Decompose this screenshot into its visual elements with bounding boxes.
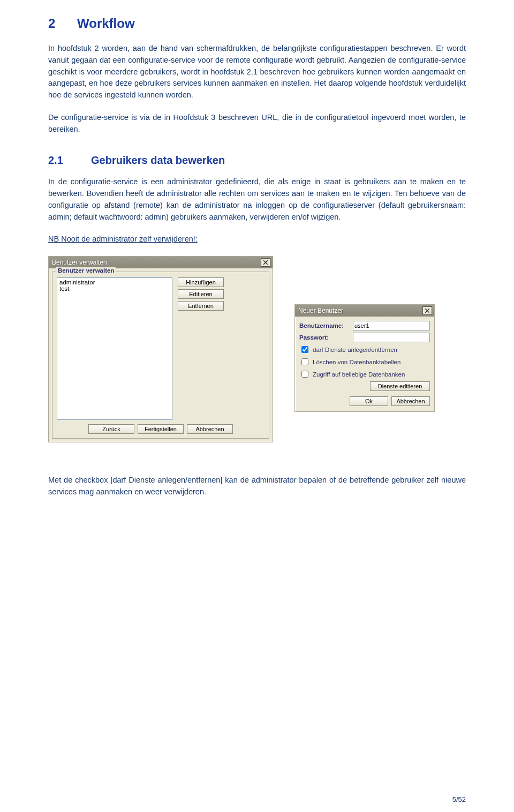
paragraph-checkbox-note: Met de checkbox [darf Dienste anlegen/en… — [48, 475, 466, 498]
heading-number: 2 — [48, 16, 77, 31]
dialog-title: Neuer Benutzer — [298, 307, 343, 314]
subheading-number: 2.1 — [48, 154, 91, 167]
any-db-checkbox[interactable] — [301, 371, 308, 378]
delete-tables-checkbox[interactable] — [301, 358, 308, 365]
edit-services-button[interactable]: Dienste editieren — [370, 381, 430, 391]
subheading-text: Gebruikers data bewerken — [91, 154, 225, 166]
list-item[interactable]: test — [58, 285, 171, 292]
paragraph-intro-2: De configuratie-service is via de in Hoo… — [48, 112, 466, 136]
delete-tables-checkbox-label: Löschen von Datenbanktabellen — [313, 359, 400, 365]
page-number: 5/52 — [452, 795, 466, 803]
edit-button[interactable]: Editieren — [178, 289, 224, 299]
heading-text: Workflow — [77, 16, 135, 31]
cancel-button[interactable]: Abbrechen — [187, 424, 233, 434]
password-field[interactable] — [353, 333, 430, 342]
ok-button[interactable]: Ok — [350, 396, 388, 406]
group-legend: Benutzer verwalten — [56, 267, 116, 274]
services-checkbox[interactable] — [301, 346, 308, 353]
services-checkbox-label: darf Dienste anlegen/entfernen — [313, 347, 397, 353]
username-label: Benutzername: — [299, 322, 353, 329]
close-icon[interactable] — [422, 306, 432, 315]
any-db-checkbox-label: Zugriff auf beliebige Datenbanken — [313, 371, 405, 378]
password-label: Passwort: — [299, 334, 353, 341]
user-groupbox: Benutzer verwalten administrator test Hi… — [52, 272, 269, 439]
remove-button[interactable]: Entfernen — [178, 301, 224, 311]
user-listbox[interactable]: administrator test — [57, 277, 172, 420]
subheading-users: 2.1Gebruikers data bewerken — [48, 154, 466, 167]
paragraph-intro-1: In hoofdstuk 2 worden, aan de hand van s… — [48, 43, 466, 101]
username-field[interactable] — [353, 321, 430, 330]
cancel-button[interactable]: Abbrechen — [391, 396, 430, 406]
dialog-titlebar: Neuer Benutzer — [295, 305, 434, 317]
finish-button[interactable]: Fertigstellen — [138, 424, 184, 434]
list-item[interactable]: administrator — [58, 279, 171, 285]
new-user-dialog: Neuer Benutzer Benutzername: Passwort: d… — [294, 304, 435, 412]
close-icon[interactable] — [261, 258, 270, 267]
heading-workflow: 2Workflow — [48, 16, 466, 31]
dialog-title: Benutzer verwalten — [52, 259, 107, 266]
manage-users-dialog: Benutzer verwalten Benutzer verwalten ad… — [48, 256, 273, 442]
dialog-titlebar: Benutzer verwalten — [49, 257, 273, 268]
back-button[interactable]: Zurück — [88, 424, 134, 434]
add-button[interactable]: Hinzufügen — [178, 277, 224, 287]
paragraph-users: In de configuratie-service is een admini… — [48, 176, 466, 223]
paragraph-nb: NB Nooit de administrator zelf verwijder… — [48, 234, 466, 245]
